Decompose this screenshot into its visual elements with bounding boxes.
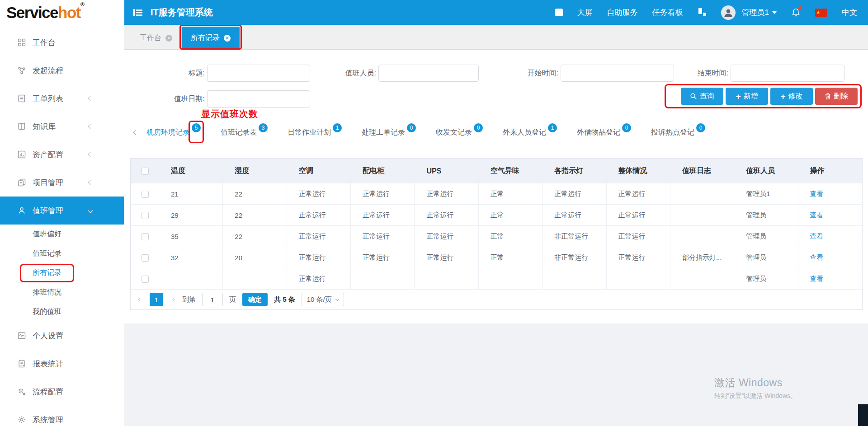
duty-person-input[interactable] <box>378 65 479 82</box>
sidebar-subitem-schedule[interactable]: 排班情况 <box>0 283 124 302</box>
close-icon[interactable]: ✕ <box>224 35 231 42</box>
user-avatar[interactable] <box>721 5 736 20</box>
table-row: 21 22 正常运行 正常运行 正常运行 正常 正常运行 正常运行 管理员1 查… <box>131 183 862 205</box>
sidebar-subitem-duty-record[interactable]: 值班记录 <box>0 244 124 263</box>
view-link[interactable]: 查看 <box>810 253 824 261</box>
sidebar-subitem-duty-preference[interactable]: 值班偏好 <box>0 225 124 244</box>
subtab-daily-plan[interactable]: 日常作业计划 1 <box>288 128 342 137</box>
nav-self-service[interactable]: 自助服务 <box>607 7 638 18</box>
sidebar-item-start-flow[interactable]: 发起流程 <box>0 56 124 84</box>
row-checkbox[interactable] <box>142 254 149 262</box>
notification-bell-icon[interactable] <box>791 8 801 17</box>
end-time-input[interactable] <box>731 65 844 82</box>
subtab-scroll-left-icon[interactable] <box>133 130 138 135</box>
subtab-complaint-register[interactable]: 投诉热点登记 0 <box>651 128 705 137</box>
subtab-room-env[interactable]: 机房环境记录 5 <box>146 128 201 137</box>
sidebar-item-ticket-list[interactable]: 工单列表 <box>0 84 124 112</box>
scrollbar-thumb[interactable] <box>858 404 868 426</box>
total-count-label: 共 5 条 <box>274 295 295 304</box>
subtab-visitor-register[interactable]: 外来人员登记 1 <box>503 128 557 137</box>
subtab-ticket-record[interactable]: 处理工单记录 0 <box>362 128 416 137</box>
add-button[interactable]: + 新增 <box>726 88 768 105</box>
sidebar-item-label: 流程配置 <box>33 387 63 397</box>
tab-all-records[interactable]: 所有记录 ✕ <box>182 27 240 49</box>
row-checkbox[interactable] <box>142 233 149 240</box>
cell: 管理员 <box>734 268 798 290</box>
screen-icon[interactable] <box>555 9 563 16</box>
page-size-select[interactable]: 10 条/页 <box>302 293 344 306</box>
view-link[interactable]: 查看 <box>810 232 824 240</box>
view-link[interactable]: 查看 <box>810 211 824 219</box>
sidebar-item-label: 发起流程 <box>33 66 63 76</box>
sidebar-toggle-icon[interactable] <box>132 8 143 17</box>
view-link[interactable]: 查看 <box>810 275 824 282</box>
view-link[interactable]: 查看 <box>810 190 824 197</box>
sidebar-subitem-my-duty[interactable]: 我的值班 <box>0 302 124 322</box>
select-all-checkbox[interactable] <box>142 168 149 175</box>
cell <box>670 183 734 205</box>
next-page-icon[interactable] <box>170 296 176 303</box>
sidebar-subitem-label: 所有记录 <box>33 268 61 278</box>
close-icon[interactable]: ✕ <box>165 35 172 42</box>
record-subtabs: 机房环境记录 5 值班记录表 3 日常作业计划 1 处理工单记录 0 收发文记录… <box>130 122 862 143</box>
cell: 正常运行 <box>351 183 415 205</box>
sidebar-item-project-mgmt[interactable]: 项目管理 <box>0 169 124 197</box>
table-row: 32 20 正常运行 正常运行 正常运行 正常 非正常运行 正常运行 部分指示灯… <box>131 247 862 268</box>
sidebar-item-label: 系统管理 <box>33 415 63 425</box>
confirm-button[interactable]: 确定 <box>242 293 268 306</box>
delete-button[interactable]: 删除 <box>815 88 858 105</box>
table-header-row: 温度 湿度 空调 配电柜 UPS 空气异味 各指示灯 整体情况 值班日志 值班人… <box>131 159 862 183</box>
row-checkbox[interactable] <box>142 212 149 219</box>
header-right-nav: 大屏 自助服务 任务看板 管理员1 ★ 中文 <box>555 5 868 20</box>
sidebar-item-asset-config[interactable]: 资产配置 <box>0 140 124 169</box>
sidebar-item-system-mgmt[interactable]: 系统管理 <box>0 406 124 426</box>
page-1-button[interactable]: 1 <box>150 293 163 306</box>
cell: 正常运行 <box>542 183 606 205</box>
sidebar-subitem-label: 值班记录 <box>33 249 61 258</box>
tab-workbench[interactable]: 工作台 ✕ <box>131 27 182 49</box>
action-button-group: 查询 + 新增 + 修改 删除 <box>681 88 858 105</box>
cell: 正常运行 <box>415 183 478 205</box>
sidebar-item-flow-config[interactable]: 流程配置 <box>0 378 124 406</box>
prev-page-icon[interactable] <box>137 296 143 303</box>
sidebar-item-knowledge-base[interactable]: 知识库 <box>0 112 124 140</box>
records-table: 温度 湿度 空调 配电柜 UPS 空气异味 各指示灯 整体情况 值班日志 值班人… <box>131 159 862 290</box>
language-flag-icon[interactable]: ★ <box>815 9 827 17</box>
language-label[interactable]: 中文 <box>842 7 857 18</box>
cell <box>670 205 734 226</box>
sidebar-item-report-stats[interactable]: 报表统计 <box>0 350 124 378</box>
brand-logo[interactable]: Servicehot® <box>0 0 124 25</box>
row-checkbox[interactable] <box>142 191 149 198</box>
gear-flow-icon <box>17 387 26 396</box>
duty-date-input[interactable] <box>207 90 310 108</box>
pagination-bar: 1 到第 页 确定 共 5 条 10 条/页 <box>131 290 862 309</box>
table-row: 正常运行 管理员 查看 <box>131 268 862 290</box>
open-tabs-bar: 工作台 ✕ 所有记录 ✕ <box>124 25 868 50</box>
subtab-mail-record[interactable]: 收发文记录 0 <box>436 128 483 137</box>
duty-person-label: 值班人员: <box>296 69 376 78</box>
nav-dashboard[interactable]: 大屏 <box>577 7 593 18</box>
edit-button[interactable]: + 修改 <box>770 88 813 105</box>
title-input[interactable] <box>207 65 310 82</box>
row-checkbox[interactable] <box>142 276 149 283</box>
end-time-field-group: 结束时间: <box>649 64 844 82</box>
sidebar-submenu-duty: 值班偏好 值班记录 所有记录 排班情况 我的值班 <box>0 225 124 322</box>
count-badge: 0 <box>622 123 631 132</box>
plus-icon: + <box>736 92 741 101</box>
duty-person-field-group: 值班人员: <box>296 64 479 82</box>
bar-chart-icon <box>17 150 26 159</box>
user-menu[interactable]: 管理员1 <box>742 7 777 18</box>
sidebar-item-personal-settings[interactable]: 个人设置 <box>0 322 124 350</box>
cell: 管理员 <box>734 247 798 268</box>
brand-logo-hot: hot <box>58 5 80 20</box>
subtab-lending-register[interactable]: 外借物品登记 0 <box>577 128 631 137</box>
nav-task-board[interactable]: 任务看板 <box>652 7 683 18</box>
subtab-duty-record-table[interactable]: 值班记录表 3 <box>221 128 268 137</box>
apps-grid-icon[interactable] <box>698 8 707 17</box>
sidebar-subitem-all-records[interactable]: 所有记录 <box>0 263 124 283</box>
search-button[interactable]: 查询 <box>681 88 723 105</box>
page-input[interactable] <box>202 293 223 306</box>
sidebar-item-workbench[interactable]: 工作台 <box>0 28 124 56</box>
cell <box>223 268 287 290</box>
sidebar-item-duty-mgmt[interactable]: 值班管理 <box>0 197 124 225</box>
